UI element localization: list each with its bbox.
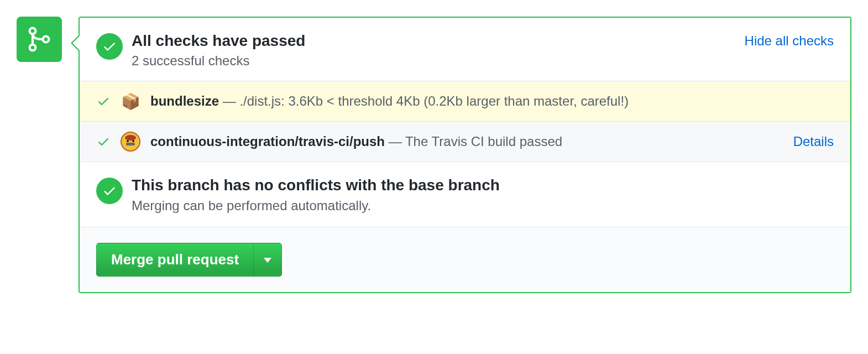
check-row: continuous-integration/travis-ci/push — … (80, 121, 850, 162)
status-success-circle (96, 33, 123, 60)
svg-point-2 (43, 37, 49, 43)
merge-dropdown-button[interactable] (253, 243, 282, 277)
merge-pull-request-button[interactable]: Merge pull request (96, 243, 253, 277)
check-icon (97, 95, 110, 108)
check-sep: — (219, 93, 239, 108)
mergeability-section: This branch has no conflicts with the ba… (80, 162, 850, 226)
svg-point-4 (125, 135, 136, 140)
package-icon: 📦 (121, 91, 140, 111)
merge-badge (17, 17, 62, 62)
svg-point-6 (127, 140, 129, 142)
mergeability-title: This branch has no conflicts with the ba… (132, 175, 834, 195)
checks-summary: All checks have passed 2 successful chec… (80, 18, 850, 81)
check-context: continuous-integration/travis-ci/push (150, 134, 385, 149)
merge-button-group: Merge pull request (96, 243, 282, 277)
git-merge-icon (26, 26, 53, 53)
check-icon (97, 135, 110, 148)
svg-point-1 (30, 45, 36, 51)
svg-rect-5 (126, 143, 135, 145)
check-description: The Travis CI build passed (405, 134, 562, 149)
check-status-icon (96, 95, 111, 108)
toggle-checks-link[interactable]: Hide all checks (745, 33, 834, 49)
mergeability-subtitle: Merging can be performed automatically. (132, 198, 834, 214)
checks-subtitle: 2 successful checks (132, 53, 736, 69)
check-sep: — (385, 134, 405, 149)
merge-action-bar: Merge pull request (80, 227, 850, 292)
svg-point-0 (30, 28, 36, 34)
caret-down-icon (264, 258, 271, 263)
merge-status-panel: All checks have passed 2 successful chec… (79, 17, 851, 293)
check-status-icon (96, 135, 111, 148)
travis-icon (121, 132, 140, 152)
check-text: continuous-integration/travis-ci/push — … (150, 134, 783, 149)
check-text: bundlesize — ./dist.js: 3.6Kb < threshol… (150, 93, 834, 109)
check-icon (102, 184, 117, 198)
checks-title: All checks have passed (132, 31, 736, 51)
check-icon (102, 39, 117, 54)
status-success-circle (96, 178, 123, 204)
check-description: ./dist.js: 3.6Kb < threshold 4Kb (0.2Kb … (239, 93, 629, 108)
check-details-link[interactable]: Details (793, 134, 834, 149)
check-context: bundlesize (150, 93, 219, 108)
svg-point-7 (132, 140, 134, 142)
check-row: 📦 bundlesize — ./dist.js: 3.6Kb < thresh… (80, 81, 850, 121)
